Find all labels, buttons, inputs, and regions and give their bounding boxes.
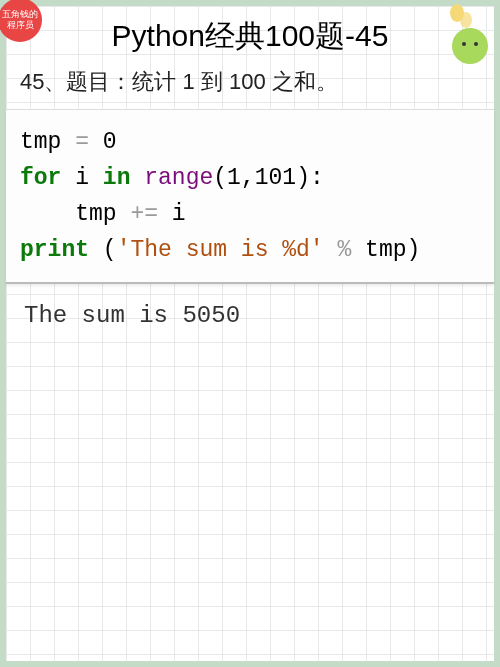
paper-sheet: 五角钱的 程序员 Python经典100题-45 45、题目：统计 1 到 10… (6, 6, 494, 661)
output-text: The sum is 5050 (6, 292, 494, 339)
balloon-icon (460, 12, 472, 28)
code-line-1: tmp = 0 (20, 129, 117, 155)
code-block: tmp = 0 for i in range(1,101): tmp += i … (6, 109, 494, 284)
mascot-decoration (444, 8, 492, 64)
question-text: 45、题目：统计 1 到 100 之和。 (6, 63, 494, 109)
code-line-4: print ('The sum is %d' % tmp) (20, 237, 420, 263)
mascot-head (452, 28, 488, 64)
mascot-eye (474, 42, 478, 46)
page-title: Python经典100题-45 (6, 6, 494, 63)
badge-text-2: 程序员 (7, 20, 34, 31)
mascot-eye (462, 42, 466, 46)
badge-text-1: 五角钱的 (2, 9, 38, 20)
code-line-3: tmp += i (20, 201, 186, 227)
code-line-2: for i in range(1,101): (20, 165, 324, 191)
